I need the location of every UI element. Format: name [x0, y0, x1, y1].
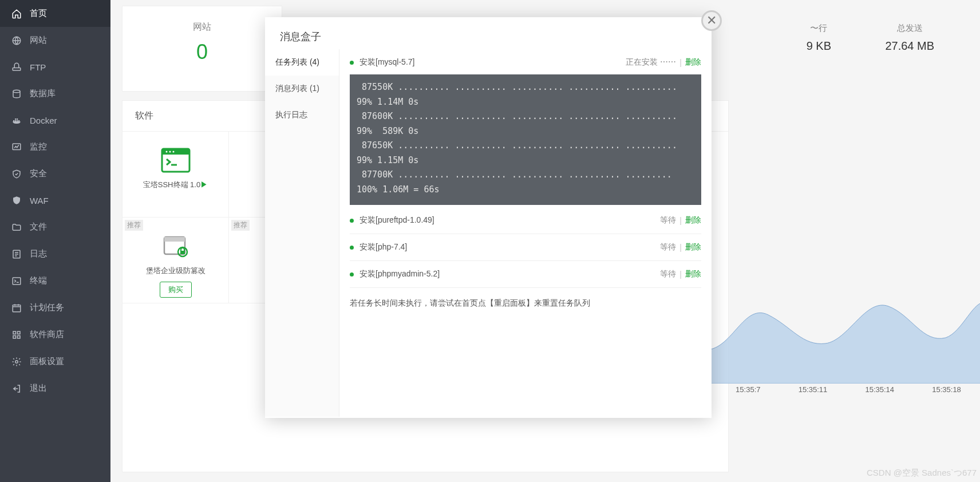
tab-exec-log[interactable]: 执行日志	[265, 102, 339, 128]
task-row: 安装[php-7.4] 等待 | 删除	[350, 234, 701, 261]
task-status: 等待	[660, 269, 676, 279]
message-box-modal: ✕ 消息盒子 任务列表 (4) 消息列表 (1) 执行日志 安装[mysql-5…	[265, 17, 712, 418]
task-name: 安装[php-7.4]	[359, 242, 407, 252]
close-icon: ✕	[706, 13, 717, 27]
close-button[interactable]: ✕	[701, 10, 722, 31]
delete-button[interactable]: 删除	[685, 215, 701, 226]
separator: |	[679, 270, 682, 279]
delete-button[interactable]: 删除	[685, 269, 701, 279]
delete-button[interactable]: 删除	[685, 57, 701, 68]
separator: |	[679, 243, 682, 252]
task-status: 正在安装 ⋯⋯	[626, 57, 676, 68]
task-name: 安装[mysql-5.7]	[359, 57, 414, 68]
task-name: 安装[phpmyadmin-5.2]	[359, 269, 440, 279]
watermark: CSDN @空景 Sadnes`つ677	[867, 468, 977, 479]
task-hint: 若任务长时间未执行，请尝试在首页点【重启面板】来重置任务队列	[350, 288, 701, 319]
task-row: 安装[pureftpd-1.0.49] 等待 | 删除	[350, 207, 701, 234]
modal-body: 任务列表 (4) 消息列表 (1) 执行日志 安装[mysql-5.7] 正在安…	[265, 49, 712, 417]
task-status: 等待	[660, 242, 676, 252]
separator: |	[679, 216, 682, 225]
install-log-console[interactable]: 87550K .......... .......... .......... …	[350, 74, 701, 205]
status-dot-icon	[350, 219, 354, 223]
task-name: 安装[pureftpd-1.0.49]	[359, 215, 434, 226]
task-row: 安装[phpmyadmin-5.2] 等待 | 删除	[350, 261, 701, 288]
status-dot-icon	[350, 246, 354, 250]
task-status: 等待	[660, 215, 676, 226]
status-dot-icon	[350, 61, 354, 65]
task-list: 安装[mysql-5.7] 正在安装 ⋯⋯ | 删除 87550K ......…	[339, 49, 712, 417]
modal-nav: 任务列表 (4) 消息列表 (1) 执行日志	[265, 49, 339, 417]
status-dot-icon	[350, 272, 354, 276]
task-row: 安装[mysql-5.7] 正在安装 ⋯⋯ | 删除	[350, 49, 701, 70]
modal-overlay: ✕ 消息盒子 任务列表 (4) 消息列表 (1) 执行日志 安装[mysql-5…	[0, 0, 980, 482]
delete-button[interactable]: 删除	[685, 242, 701, 252]
tab-task-list[interactable]: 任务列表 (4)	[265, 49, 339, 76]
tab-message-list[interactable]: 消息列表 (1)	[265, 76, 339, 102]
modal-title: 消息盒子	[265, 17, 712, 49]
separator: |	[679, 58, 682, 67]
